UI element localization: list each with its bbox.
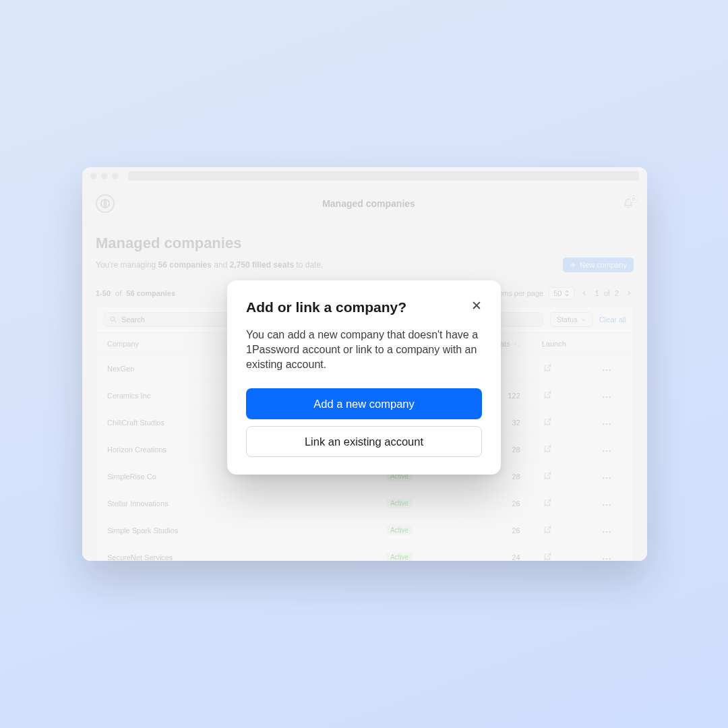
svg-point-12 xyxy=(603,450,604,451)
svg-point-11 xyxy=(609,423,611,424)
row-actions-button[interactable] xyxy=(601,504,613,506)
cell-launch xyxy=(531,355,590,382)
launch-button[interactable] xyxy=(542,363,554,372)
pagination: Items per page 50 1 of 2 xyxy=(494,287,634,299)
col-launch: Launch xyxy=(531,333,590,355)
svg-point-17 xyxy=(609,477,611,478)
items-per-page-select[interactable]: 50 xyxy=(549,287,574,299)
table-row[interactable]: Simple Spark StudiosActive26 xyxy=(96,517,633,544)
svg-point-18 xyxy=(603,504,604,505)
cell-seats: 24 xyxy=(445,544,530,562)
modal-body-text: You can add a new company that doesn't h… xyxy=(246,328,482,372)
external-link-icon xyxy=(543,363,552,372)
status-badge: Active xyxy=(386,525,413,535)
stepper-icon xyxy=(564,289,570,297)
svg-point-7 xyxy=(606,396,607,397)
launch-button[interactable] xyxy=(542,444,554,453)
new-company-button[interactable]: New company xyxy=(563,257,634,272)
cell-status: Active xyxy=(375,544,445,562)
external-link-icon xyxy=(543,444,552,453)
cell-actions xyxy=(590,355,633,382)
row-actions-button[interactable] xyxy=(601,530,613,533)
cell-seats: 26 xyxy=(445,490,530,517)
window-titlebar xyxy=(82,167,647,185)
page-title: Managed companies xyxy=(96,235,634,252)
cell-launch xyxy=(531,490,590,517)
external-link-icon xyxy=(543,498,552,507)
cell-actions xyxy=(590,409,633,436)
svg-point-19 xyxy=(606,504,607,505)
status-badge: Active xyxy=(386,552,413,561)
cell-launch xyxy=(531,436,590,463)
row-actions-button[interactable] xyxy=(601,450,613,452)
launch-button[interactable] xyxy=(542,471,554,480)
link-existing-account-button[interactable]: Link an existing account xyxy=(246,426,482,457)
more-icon xyxy=(602,423,611,425)
cell-actions xyxy=(590,544,633,562)
svg-point-23 xyxy=(609,530,611,532)
svg-point-20 xyxy=(609,504,611,505)
launch-button[interactable] xyxy=(542,390,554,399)
row-actions-button[interactable] xyxy=(601,557,613,560)
launch-button[interactable] xyxy=(542,417,554,426)
svg-point-10 xyxy=(606,423,607,424)
more-icon xyxy=(602,504,611,506)
svg-point-22 xyxy=(606,530,607,532)
table-row[interactable]: SecureNet ServicesActive24 xyxy=(96,544,633,562)
cell-company: SecureNet Services xyxy=(96,544,375,562)
cell-launch xyxy=(531,409,590,436)
more-icon xyxy=(602,557,611,560)
page-prev-button[interactable] xyxy=(580,289,589,298)
external-link-icon xyxy=(543,390,552,399)
cell-actions xyxy=(590,517,633,544)
page-subtitle-row: You're managing 56 companies and 2,750 f… xyxy=(96,257,634,272)
cell-actions xyxy=(590,490,633,517)
more-icon xyxy=(602,396,611,398)
add-new-company-button[interactable]: Add a new company xyxy=(246,388,482,419)
more-icon xyxy=(602,450,611,452)
svg-point-24 xyxy=(603,557,604,559)
cell-status: Active xyxy=(375,490,445,517)
svg-point-26 xyxy=(609,557,611,559)
svg-rect-1 xyxy=(104,201,107,206)
modal-close-button[interactable]: ✕ xyxy=(471,299,482,312)
status-filter[interactable]: Status xyxy=(550,312,592,327)
app-header-title: Managed companies xyxy=(115,198,623,209)
notification-badge: 0 xyxy=(630,195,638,203)
row-actions-button[interactable] xyxy=(601,369,613,371)
svg-point-2 xyxy=(111,317,115,321)
row-actions-button[interactable] xyxy=(601,477,613,479)
page-next-button[interactable] xyxy=(624,289,634,298)
svg-point-14 xyxy=(609,450,611,451)
cell-company: Simple Spark Studios xyxy=(96,517,375,544)
row-actions-button[interactable] xyxy=(601,396,613,398)
chevron-down-icon xyxy=(580,317,586,323)
svg-point-9 xyxy=(603,423,604,424)
page-subtitle: You're managing 56 companies and 2,750 f… xyxy=(96,260,323,270)
svg-point-25 xyxy=(606,557,607,559)
traffic-light-max[interactable] xyxy=(112,173,119,179)
notifications-button[interactable]: 0 xyxy=(623,198,634,209)
traffic-light-close[interactable] xyxy=(90,173,97,179)
cell-launch xyxy=(531,517,590,544)
table-row[interactable]: Stellar InnovationsActive26 xyxy=(96,490,633,517)
launch-button[interactable] xyxy=(542,525,554,534)
svg-point-3 xyxy=(603,369,604,370)
url-bar[interactable] xyxy=(128,171,639,181)
svg-point-21 xyxy=(603,530,604,532)
app-logo-icon xyxy=(96,194,115,213)
search-icon xyxy=(109,315,117,324)
status-badge: Active xyxy=(386,498,413,508)
traffic-light-min[interactable] xyxy=(101,173,108,179)
cell-actions xyxy=(590,382,633,409)
cell-launch xyxy=(531,544,590,562)
svg-point-8 xyxy=(609,396,611,397)
svg-point-5 xyxy=(609,369,611,370)
sort-icon: ↑↓ xyxy=(514,341,520,348)
row-actions-button[interactable] xyxy=(601,423,613,425)
clear-all-button[interactable]: Clear all xyxy=(599,315,626,324)
new-company-label: New company xyxy=(580,261,627,269)
close-icon: ✕ xyxy=(471,299,482,313)
launch-button[interactable] xyxy=(542,498,554,507)
launch-button[interactable] xyxy=(542,552,554,561)
